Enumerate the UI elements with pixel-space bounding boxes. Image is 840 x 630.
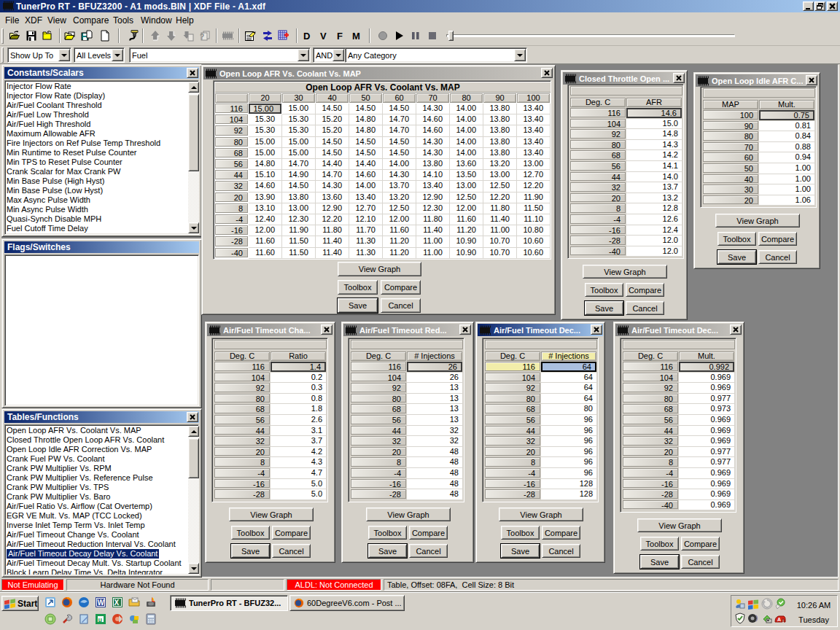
svg-text:X: X bbox=[114, 599, 120, 607]
svg-text:?: ? bbox=[200, 33, 204, 41]
svg-text:W: W bbox=[98, 599, 105, 607]
svg-text:μ: μ bbox=[98, 616, 103, 623]
svg-text:A: A bbox=[777, 617, 781, 622]
